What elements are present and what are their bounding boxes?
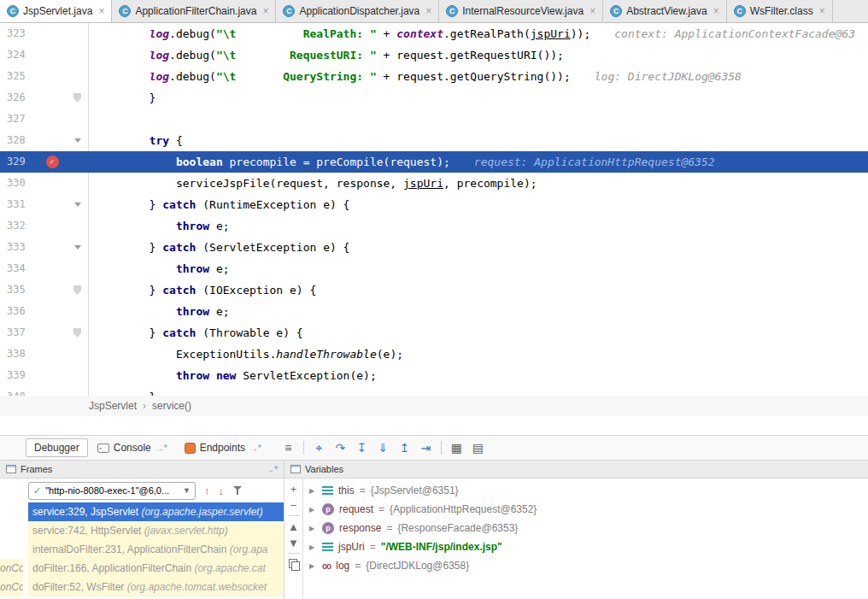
gutter-mark-area[interactable]: [67, 279, 89, 301]
expand-arrow-icon[interactable]: ▶: [309, 506, 317, 514]
debug-tab-console[interactable]: >_Console→*: [90, 439, 175, 456]
line-number[interactable]: 330: [0, 173, 38, 194]
step-out-icon[interactable]: ↥: [394, 438, 415, 457]
line-number[interactable]: 335: [0, 279, 38, 301]
tab-close-icon[interactable]: ×: [589, 5, 595, 17]
gutter-breakpoint-area[interactable]: [38, 237, 67, 258]
frame-up-icon[interactable]: ↑: [204, 484, 210, 497]
gutter-mark-area[interactable]: [67, 258, 89, 279]
code-text[interactable]: } catch (RuntimeException e) {: [89, 194, 868, 215]
line-number[interactable]: 338: [0, 344, 38, 365]
editor-tab[interactable]: CInternalResourceView.java×: [439, 0, 603, 22]
code-line[interactable]: 339 throw new ServletException(e);: [0, 365, 868, 386]
gutter-breakpoint-area[interactable]: [38, 344, 67, 365]
breakpoint-icon[interactable]: ✓: [46, 156, 59, 168]
line-number[interactable]: 324: [0, 44, 38, 66]
code-text[interactable]: throw new ServletException(e);: [89, 365, 868, 386]
gutter-mark-area[interactable]: [67, 23, 89, 44]
code-line[interactable]: 340 }: [0, 386, 868, 396]
gutter-mark-area[interactable]: [67, 173, 89, 194]
variable-row[interactable]: ▶oolog={DirectJDKLog@6358}: [303, 556, 868, 575]
code-editor[interactable]: 323 log.debug("\t RealPath: " + context.…: [0, 23, 868, 396]
code-line[interactable]: 330 serviceJspFile(request, response, js…: [0, 173, 868, 194]
clipped-frame-fragment[interactable]: onCo: [0, 559, 23, 578]
scroll-down-icon[interactable]: ▼: [286, 535, 302, 550]
line-number[interactable]: 337: [0, 322, 38, 344]
code-line[interactable]: 325 log.debug("\t QueryString: " + reque…: [0, 66, 868, 87]
code-text[interactable]: log.debug("\t QueryString: " + request.g…: [89, 66, 868, 87]
tab-close-icon[interactable]: ×: [98, 5, 104, 17]
gutter-breakpoint-area[interactable]: [38, 173, 67, 194]
line-number[interactable]: 323: [0, 23, 38, 44]
stack-frame-row[interactable]: doFilter:166, ApplicationFilterChain (or…: [28, 559, 284, 578]
gutter-mark-area[interactable]: [67, 130, 89, 151]
fold-arrow-icon[interactable]: [74, 138, 81, 143]
debug-tab-endpoints[interactable]: Endpoints→*: [177, 439, 269, 456]
code-text[interactable]: }: [89, 386, 868, 396]
gutter-breakpoint-area[interactable]: [38, 386, 67, 396]
code-line[interactable]: 331 } catch (RuntimeException e) {: [0, 194, 868, 215]
code-line[interactable]: 329✓ boolean precompile = preCompile(req…: [0, 151, 868, 173]
code-text[interactable]: } catch (Throwable e) {: [89, 322, 868, 344]
menu-icon[interactable]: ≡: [278, 438, 299, 457]
gutter-breakpoint-area[interactable]: [38, 23, 67, 44]
gutter-mark-area[interactable]: [67, 87, 89, 109]
gutter-mark-area[interactable]: [67, 151, 89, 173]
breadcrumb-item[interactable]: JspServlet: [89, 400, 137, 412]
gutter-mark-area[interactable]: [67, 66, 89, 87]
stack-frame-row[interactable]: internalDoFilter:231, ApplicationFilterC…: [28, 540, 284, 559]
scroll-up-icon[interactable]: ▲: [286, 519, 302, 534]
expand-arrow-icon[interactable]: ▶: [309, 525, 317, 532]
copy-icon[interactable]: [286, 556, 302, 572]
clipped-frame-fragment[interactable]: onCo: [0, 578, 23, 596]
code-text[interactable]: log.debug("\t RealPath: " + context.getR…: [89, 23, 868, 44]
code-line[interactable]: 334 throw e;: [0, 258, 868, 279]
evaluate-expression-icon[interactable]: ▦: [446, 438, 467, 457]
code-text[interactable]: throw e;: [89, 301, 868, 322]
debug-tab-debugger[interactable]: Debugger: [26, 438, 88, 457]
gutter-breakpoint-area[interactable]: [38, 194, 67, 215]
tab-close-icon[interactable]: ×: [713, 5, 719, 17]
frames-header-arrow-icon[interactable]: →*: [266, 465, 278, 474]
layout-settings-icon[interactable]: ▤: [467, 438, 489, 457]
line-number[interactable]: 326: [0, 87, 38, 109]
code-text[interactable]: boolean precompile = preCompile(request)…: [89, 151, 868, 173]
fold-arrow-icon[interactable]: [74, 203, 81, 207]
expand-arrow-icon[interactable]: ▶: [309, 487, 317, 495]
gutter-mark-area[interactable]: [67, 365, 89, 386]
code-text[interactable]: throw e;: [89, 258, 868, 279]
remove-watch-icon[interactable]: −: [286, 497, 302, 513]
gutter-mark-area[interactable]: [67, 194, 89, 215]
code-line[interactable]: 324 log.debug("\t RequestURI: " + reques…: [0, 44, 868, 66]
code-text[interactable]: throw e;: [89, 215, 868, 237]
gutter-breakpoint-area[interactable]: [38, 365, 67, 386]
variable-row[interactable]: ▶jspUri="/WEB-INF/jsp/index.jsp": [303, 537, 868, 556]
gutter-breakpoint-area[interactable]: [38, 66, 67, 87]
gutter-breakpoint-area[interactable]: [38, 258, 67, 279]
variable-row[interactable]: ▶prequest={ApplicationHttpRequest@6352}: [303, 500, 868, 519]
line-number[interactable]: 334: [0, 258, 38, 279]
gutter-breakpoint-area[interactable]: [38, 109, 67, 130]
gutter-mark-area[interactable]: [67, 109, 89, 130]
code-line[interactable]: 327: [0, 109, 868, 130]
code-line[interactable]: 328 try {: [0, 130, 868, 151]
stack-frame-row[interactable]: service:742, HttpServlet (javax.servlet.…: [28, 521, 284, 540]
step-over-icon[interactable]: ↷: [330, 438, 351, 457]
gutter-breakpoint-area[interactable]: [38, 44, 67, 66]
editor-tab[interactable]: CApplicationFilterChain.java×: [112, 0, 276, 22]
breadcrumb-item[interactable]: service(): [152, 400, 191, 412]
gutter-breakpoint-area[interactable]: [38, 215, 67, 237]
add-watch-icon[interactable]: +: [286, 481, 302, 496]
editor-tab[interactable]: CApplicationDispatcher.java×: [276, 0, 439, 22]
gutter-breakpoint-area[interactable]: [38, 322, 67, 344]
gutter-breakpoint-area[interactable]: [38, 130, 67, 151]
gutter-mark-area[interactable]: [67, 215, 89, 237]
code-text[interactable]: [89, 109, 868, 130]
code-line[interactable]: 337 } catch (Throwable e) {: [0, 322, 868, 344]
line-number[interactable]: 333: [0, 237, 38, 258]
splitter-gap[interactable]: [0, 416, 868, 435]
editor-tab[interactable]: CWsFilter.class×: [727, 0, 833, 22]
gutter-mark-area[interactable]: [67, 386, 89, 396]
code-line[interactable]: 338 ExceptionUtils.handleThrowable(e);: [0, 344, 868, 365]
gutter-breakpoint-area[interactable]: ✓: [38, 151, 67, 173]
